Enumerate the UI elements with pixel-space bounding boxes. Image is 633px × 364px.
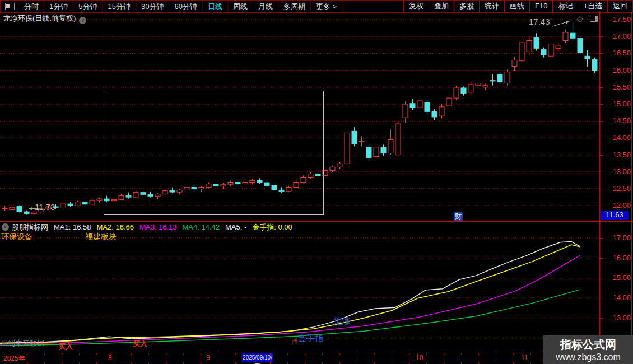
period-menu: 分时1分钟5分钟15分钟30分钟60分钟日线周线月线多周期更多 >	[19, 1, 342, 12]
period-item-分时[interactable]: 分时	[19, 1, 44, 12]
xaxis-upper-tick	[374, 353, 375, 355]
indicator-source-label[interactable]: 股朋指标网	[12, 222, 48, 232]
main-axis-label-16.50: 16.50	[602, 49, 631, 57]
main-axis-tick	[599, 155, 603, 156]
xaxis-upper-tick	[444, 353, 444, 355]
ma-values: MA1: 16.58MA2: 16.66MA3: 16.13MA4: 14.42…	[54, 222, 298, 232]
xaxis-upper-tick	[357, 353, 357, 355]
action-item-多股[interactable]: 多股	[454, 1, 479, 12]
gold-finger-label: 金手指	[298, 333, 323, 344]
ind-axis-tick	[599, 278, 603, 278]
period-item-周线[interactable]: 周线	[228, 1, 253, 12]
site-watermark: 指标公式网 www.zbgs3.com	[543, 335, 633, 364]
xaxis-upper-tick	[131, 353, 132, 355]
watermark-site-name: 指标公式网	[543, 337, 633, 352]
period-item-多周期[interactable]: 多周期	[278, 1, 311, 12]
main-axis-label-17.00: 17.00	[602, 32, 631, 40]
action-item-返回[interactable]: 返回	[607, 1, 632, 12]
xaxis-month-tick	[110, 353, 110, 356]
action-item-叠加[interactable]: 叠加	[429, 1, 454, 12]
xaxis-upper-tick	[322, 353, 323, 355]
ma-value-5: MA5: -	[225, 223, 246, 231]
xaxis-upper-tick	[10, 353, 10, 355]
action-item-F10[interactable]: F10	[529, 1, 552, 12]
action-item-画线[interactable]: 画线	[504, 1, 529, 12]
ma-value-1: MA1: 16.58	[54, 223, 91, 231]
period-item-月线[interactable]: 月线	[253, 1, 278, 12]
buy-marker-2: 买入	[133, 339, 147, 349]
top-toolbar: 分时1分钟5分钟15分钟30分钟60分钟日线周线月线多周期更多 > 复权叠加多股…	[0, 0, 633, 13]
xaxis-month-tick	[417, 353, 418, 356]
ind-axis-tick	[599, 238, 603, 239]
main-axis-label-13.00: 13.00	[602, 167, 631, 176]
xaxis-upper-tick	[305, 353, 305, 355]
xaxis-upper-tick	[287, 353, 288, 355]
period-item-日线[interactable]: 日线	[203, 1, 228, 12]
main-axis-tick	[599, 104, 603, 105]
xaxis-upper-tick	[461, 353, 462, 355]
xaxis-upper-tick	[426, 353, 427, 355]
sector-label-1[interactable]: 环保设备	[1, 232, 32, 242]
trading-app-window: 分时1分钟5分钟15分钟30分钟60分钟日线周线月线多周期更多 > 复权叠加多股…	[0, 0, 633, 364]
main-axis-tick	[599, 172, 603, 172]
action-item-复权[interactable]: 复权	[403, 1, 429, 12]
ind-axis-label-17.00: 17.00	[602, 234, 631, 242]
xaxis-upper-tick	[114, 353, 114, 355]
xaxis-upper-tick	[44, 353, 45, 355]
main-axis-tick	[599, 20, 603, 20]
ind-axis-tick	[599, 318, 603, 319]
ma-value-2: MA2: 16.66	[97, 223, 134, 231]
ma-value-4: MA4: 14.42	[183, 223, 220, 231]
main-axis-label-14.00: 14.00	[602, 133, 631, 142]
ind-axis-label-16.00: 16.00	[602, 254, 631, 262]
xaxis-upper-tick	[148, 353, 149, 355]
period-item-60分钟[interactable]: 60分钟	[169, 1, 202, 12]
xaxis-bottom-border	[0, 362, 543, 362]
news-flag-badge[interactable]: 财	[454, 212, 463, 221]
xaxis-upper-tick	[478, 353, 479, 355]
app-layout-icon[interactable]	[5, 3, 15, 10]
indicator-collapse-icon[interactable]: ∨	[2, 223, 9, 231]
xaxis-month-label-11: 11	[521, 354, 528, 362]
right-border	[631, 12, 632, 364]
period-item-30分钟[interactable]: 30分钟	[136, 1, 169, 12]
main-axis-label-12.00: 12.00	[602, 201, 631, 209]
xaxis-upper-tick	[218, 353, 218, 355]
xaxis-upper-tick	[27, 353, 27, 355]
xaxis-upper-tick	[530, 353, 531, 355]
ind-axis-label-15.00: 15.00	[602, 273, 631, 282]
watermark-site-url: www.zbgs3.com	[543, 352, 633, 362]
period-item-1分钟[interactable]: 1分钟	[44, 1, 73, 12]
period-item-15分钟[interactable]: 15分钟	[103, 1, 136, 12]
ind-axis-tick	[599, 258, 603, 259]
sector-label-2[interactable]: 福建板块	[85, 232, 117, 242]
high-price-annotation: 17.43	[529, 17, 550, 26]
main-axis-tick	[599, 206, 603, 206]
xaxis-upper-tick	[496, 353, 496, 355]
period-item-5分钟[interactable]: 5分钟	[73, 1, 103, 12]
main-axis-tick	[599, 121, 603, 122]
ind-axis-tick	[599, 298, 603, 298]
future-data-note: 用到未来数据	[1, 338, 44, 348]
drawn-rectangle[interactable]	[104, 91, 324, 215]
action-item-标记[interactable]: 标记	[552, 1, 578, 12]
xaxis-month-tick	[208, 353, 208, 356]
action-item-+自选[interactable]: +自选	[578, 1, 607, 12]
period-item-更多 >[interactable]: 更多 >	[311, 1, 342, 12]
xaxis-top-border	[0, 353, 633, 353]
xaxis-upper-tick	[409, 353, 409, 355]
ma-value-6: 金手指: 0.00	[252, 223, 292, 231]
cursor-date-box: 2025/09/10/三	[241, 353, 273, 362]
xaxis-upper-tick	[62, 353, 62, 355]
indicator-header: ∨ 股朋指标网 MA1: 16.58MA2: 16.66MA3: 16.13MA…	[0, 222, 298, 232]
low-price-annotation: 11.73	[35, 202, 55, 212]
chase-signal-label: 追涨	[334, 316, 351, 326]
axis-separator	[599, 12, 600, 353]
xaxis-upper-tick	[392, 353, 392, 355]
main-axis-label-16.00: 16.00	[602, 66, 631, 74]
main-axis-label-14.50: 14.50	[602, 116, 631, 125]
xaxis-upper-tick	[339, 353, 340, 355]
main-axis-tick	[599, 189, 603, 189]
action-item-统计[interactable]: 统计	[479, 1, 504, 12]
xaxis-upper-tick	[96, 353, 97, 355]
